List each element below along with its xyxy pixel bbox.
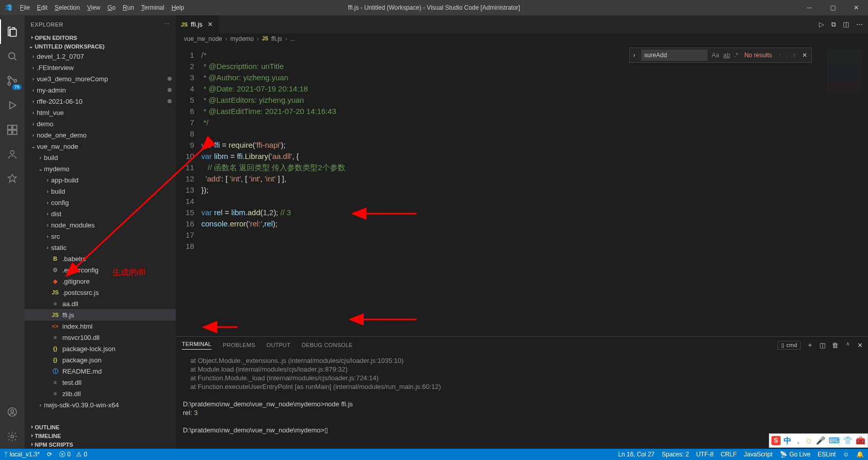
section-timeline[interactable]: ⌄TIMELINE xyxy=(25,431,176,440)
panel-close-icon[interactable]: ✕ xyxy=(857,341,863,349)
file--postcssrc-js[interactable]: ·JS.postcssrc.js xyxy=(25,287,176,298)
panel-tab-output[interactable]: OUTPUT xyxy=(267,342,291,348)
file-ffi-js[interactable]: ·JSffi.js xyxy=(25,309,176,320)
notifications-icon[interactable]: 🔔 xyxy=(856,451,864,458)
window-close-icon[interactable]: ✕ xyxy=(844,0,868,15)
folder-demo[interactable]: ›demo xyxy=(25,118,176,129)
indentation[interactable]: Spaces: 2 xyxy=(662,451,689,458)
split-terminal-icon[interactable]: ◫ xyxy=(819,341,826,349)
ime-mode[interactable]: 中 xyxy=(784,436,791,446)
folder-app-build[interactable]: ›app-build xyxy=(25,174,176,186)
find-input[interactable] xyxy=(641,50,708,61)
folder-build[interactable]: ›build xyxy=(25,186,176,197)
debug-icon[interactable] xyxy=(0,93,25,118)
menu-go[interactable]: Go xyxy=(104,4,119,11)
search-icon[interactable] xyxy=(0,44,25,68)
folder-mydemo[interactable]: ⌄mydemo xyxy=(25,163,176,174)
find-expand-icon[interactable]: › xyxy=(630,52,639,59)
regex-icon[interactable]: .* xyxy=(732,52,740,59)
folder-html-vue[interactable]: ›html_vue xyxy=(25,107,176,118)
section-workspace[interactable]: ⌄UNTITLED (WORKSPACE) xyxy=(25,42,176,51)
terminal-shell-select[interactable]: ▯ cmd xyxy=(778,341,801,350)
ime-toolbox-icon[interactable]: 🧰 xyxy=(856,436,865,445)
find-close-icon[interactable]: ✕ xyxy=(798,52,811,59)
window-maximize-icon[interactable]: ▢ xyxy=(821,0,844,15)
folder-devel-1-2-0707[interactable]: ›devel_1.2_0707 xyxy=(25,51,176,62)
settings-gear-icon[interactable] xyxy=(0,424,25,449)
ime-emoji-icon[interactable]: ☺ xyxy=(805,436,813,445)
folder-vue-nw-node[interactable]: ⌄vue_nw_node xyxy=(25,141,176,152)
folder-vue3-demo-morecomp[interactable]: ›vue3_demo_moreComp xyxy=(25,73,176,84)
file-index-html[interactable]: ·<>index.html xyxy=(25,320,176,332)
whole-word-icon[interactable]: ab xyxy=(721,52,732,59)
menu-edit[interactable]: Edit xyxy=(33,4,51,11)
breadcrumb-item[interactable]: vue_nw_node xyxy=(184,35,222,42)
folder-config[interactable]: ›config xyxy=(25,197,176,208)
folder-src[interactable]: ›src xyxy=(25,231,176,242)
terminal[interactable]: at Object.Module._extensions..js (intern… xyxy=(176,353,868,449)
breadcrumb-item[interactable]: ffi.js xyxy=(271,35,282,42)
eslint-status[interactable]: ESLint xyxy=(817,451,835,458)
split-editor-icon[interactable]: ◫ xyxy=(843,20,849,28)
ime-punct-icon[interactable]: ， xyxy=(794,436,802,446)
panel-tab-terminal[interactable]: TERMINAL xyxy=(182,341,212,350)
encoding[interactable]: UTF-8 xyxy=(696,451,714,458)
find-prev-icon[interactable]: ↑ xyxy=(776,52,783,59)
file-package-json[interactable]: ·{}package.json xyxy=(25,354,176,365)
file--gitignore[interactable]: ·◆.gitignore xyxy=(25,275,176,287)
more-icon[interactable]: ⋯ xyxy=(856,20,863,28)
cursor-position[interactable]: Ln 16, Col 27 xyxy=(618,451,654,458)
file-package-lock-json[interactable]: ·{}package-lock.json xyxy=(25,343,176,354)
folder-static[interactable]: ›static xyxy=(25,242,176,253)
ime-keyboard-icon[interactable]: ⌨ xyxy=(829,436,840,445)
find-selection-icon[interactable]: ≡ xyxy=(790,52,798,59)
section-outline[interactable]: ⌄OUTLINE xyxy=(25,423,176,431)
menu-file[interactable]: File xyxy=(16,4,33,11)
ime-voice-icon[interactable]: 🎤 xyxy=(816,436,826,445)
go-live[interactable]: 📡 Go Live xyxy=(780,451,810,458)
breadcrumb-item[interactable]: ... xyxy=(290,35,295,42)
run-icon[interactable]: ▷ xyxy=(819,20,824,28)
find-next-icon[interactable]: ↓ xyxy=(783,52,790,59)
breadcrumb-item[interactable]: mydemo xyxy=(230,35,254,42)
folder-node-modules[interactable]: ›node_modules xyxy=(25,219,176,231)
tab-ffi-js[interactable]: JS ffi.js ✕ xyxy=(176,15,219,33)
git-sync[interactable]: ⟳ xyxy=(47,451,52,458)
explorer-icon[interactable] xyxy=(0,19,25,44)
git-branch[interactable]: ᛘ local_v1.3* xyxy=(4,451,40,458)
file--editorconfig[interactable]: ·⚙.editorconfig xyxy=(25,264,176,275)
problems-count[interactable]: ⓧ 0 ⚠ 0 xyxy=(59,450,87,459)
panel-tab-debug-console[interactable]: DEBUG CONSOLE xyxy=(302,342,353,348)
menu-run[interactable]: Run xyxy=(119,4,137,11)
chevron-up-icon[interactable]: ＾ xyxy=(844,340,851,350)
file-zlib-dll[interactable]: ·≡zlib.dll xyxy=(25,388,176,399)
language-mode[interactable]: JavaScript xyxy=(744,451,772,458)
tab-close-icon[interactable]: ✕ xyxy=(207,20,213,28)
folder-build[interactable]: ›build xyxy=(25,152,176,163)
section-open-editors[interactable]: ⌄OPEN EDITORS xyxy=(25,33,176,42)
folder-nwjs-sdk-v0-39-0-win-x64[interactable]: ›nwjs-sdk-v0.39.0-win-x64 xyxy=(25,399,176,410)
file-test-dll[interactable]: ·≡test.dll xyxy=(25,377,176,388)
file--babelrc[interactable]: ·B.babelrc xyxy=(25,253,176,264)
file-aa-dll[interactable]: ·≡aa.dll xyxy=(25,298,176,309)
menu-terminal[interactable]: Terminal xyxy=(137,4,168,11)
file-msvcr100-dll[interactable]: ·≡msvcr100.dll xyxy=(25,332,176,343)
window-minimize-icon[interactable]: ─ xyxy=(797,0,821,15)
remote-icon[interactable] xyxy=(0,142,25,167)
ime-skin-icon[interactable]: 👕 xyxy=(843,436,853,445)
match-case-icon[interactable]: Aa xyxy=(710,52,721,59)
folder--feinterview[interactable]: ›.FEInterview xyxy=(25,62,176,73)
feedback-icon[interactable]: ☺ xyxy=(843,451,849,458)
file-readme-md[interactable]: ·ⓘREADME.md xyxy=(25,365,176,377)
more-icon[interactable]: ⋯ xyxy=(164,21,170,28)
extensions-icon[interactable] xyxy=(0,118,25,142)
menu-selection[interactable]: Selection xyxy=(51,4,83,11)
folder-dist[interactable]: ›dist xyxy=(25,208,176,219)
folder-node-one-demo[interactable]: ›node_one_demo xyxy=(25,129,176,141)
minimap[interactable] xyxy=(822,44,868,336)
compare-icon[interactable]: ⧉ xyxy=(831,20,836,29)
eol[interactable]: CRLF xyxy=(721,451,737,458)
folder-my-admin[interactable]: ›my-admin xyxy=(25,84,176,96)
folder-rffe-2021-06-10[interactable]: ›rffe-2021-06-10 xyxy=(25,96,176,107)
extra-icon[interactable] xyxy=(0,167,25,191)
